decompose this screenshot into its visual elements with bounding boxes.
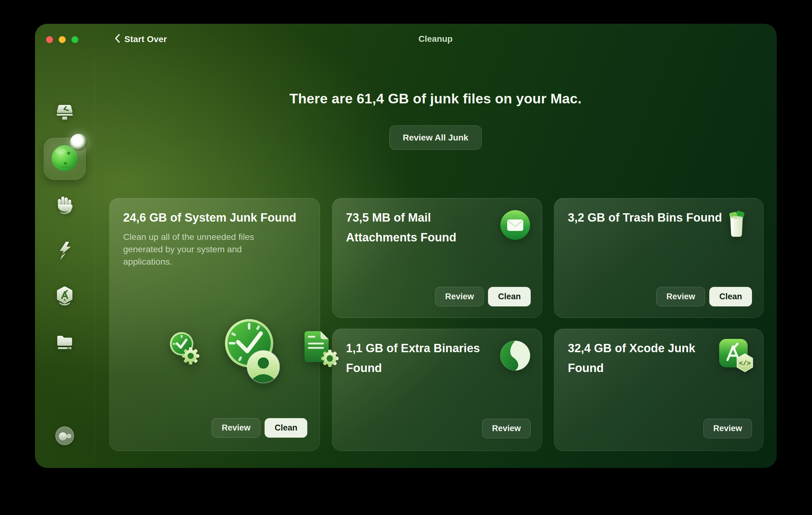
sidebar-item-performance[interactable] [35, 241, 94, 262]
sidebar-item-applications[interactable] [35, 287, 94, 308]
clean-button[interactable]: Clean [265, 418, 307, 438]
sidebar-item-protection[interactable] [35, 195, 94, 216]
review-button[interactable]: Review [212, 418, 260, 438]
trash-bins-card: 3,2 GB of Trash Bins Found Review Clean [554, 198, 763, 318]
review-button[interactable]: Review [482, 419, 531, 438]
card-description: Clean up all of the unneeded files gener… [123, 231, 280, 268]
review-button[interactable]: Review [703, 419, 752, 438]
xcode-app-icon: </> [718, 338, 755, 375]
app-store-hexagon-icon [55, 287, 74, 308]
assistant-avatar-icon [55, 426, 74, 447]
card-title: 3,2 GB of Trash Bins Found [568, 208, 722, 227]
review-button[interactable]: Review [656, 287, 705, 306]
assistant-button[interactable] [35, 426, 94, 447]
card-title: 73,5 MB of Mail Attachments Found [346, 208, 502, 247]
clean-button[interactable]: Clean [488, 287, 531, 306]
system-junk-card: 24,6 GB of System Junk Found Clean up al… [109, 198, 320, 451]
clean-button[interactable]: Clean [709, 287, 752, 306]
binary-wave-circle-icon [500, 340, 531, 371]
sidebar-divider [94, 58, 95, 453]
trash-bin-icon [721, 209, 752, 240]
review-button[interactable]: Review [435, 287, 484, 306]
card-title: 32,4 GB of Xcode Junk Found [568, 338, 724, 378]
review-all-junk-button[interactable]: Review All Junk [389, 125, 482, 150]
clock-user-icon [220, 314, 280, 387]
mail-attachments-card: 73,5 MB of Mail Attachments Found Review… [332, 198, 542, 318]
sidebar-item-cleanup[interactable] [44, 138, 86, 180]
lightning-icon [57, 241, 73, 262]
clock-gear-icon [168, 330, 200, 369]
close-button[interactable] [46, 36, 53, 43]
notification-dot [70, 134, 87, 151]
hand-icon [55, 195, 74, 216]
minimize-button[interactable] [59, 36, 66, 43]
hard-drive-icon [55, 104, 75, 122]
folder-icon [55, 333, 74, 352]
sidebar-item-smart-scan[interactable] [35, 104, 94, 122]
page-title: Cleanup [94, 34, 777, 44]
extra-binaries-card: 1,1 GB of Extra Binaries Found Review [332, 329, 542, 451]
code-glyph: </> [739, 360, 751, 367]
xcode-junk-card: 32,4 GB of Xcode Junk Found </> Review [554, 329, 763, 451]
mail-circle-icon [500, 209, 531, 240]
zoom-button[interactable] [71, 36, 78, 43]
card-title: 24,6 GB of System Junk Found [123, 208, 296, 227]
sidebar-item-my-clutter[interactable] [35, 333, 94, 352]
card-title: 1,1 GB of Extra Binaries Found [346, 338, 502, 378]
junk-summary-headline: There are 61,4 GB of junk files on your … [94, 91, 777, 107]
app-window: Start Over Cleanup [35, 24, 777, 468]
